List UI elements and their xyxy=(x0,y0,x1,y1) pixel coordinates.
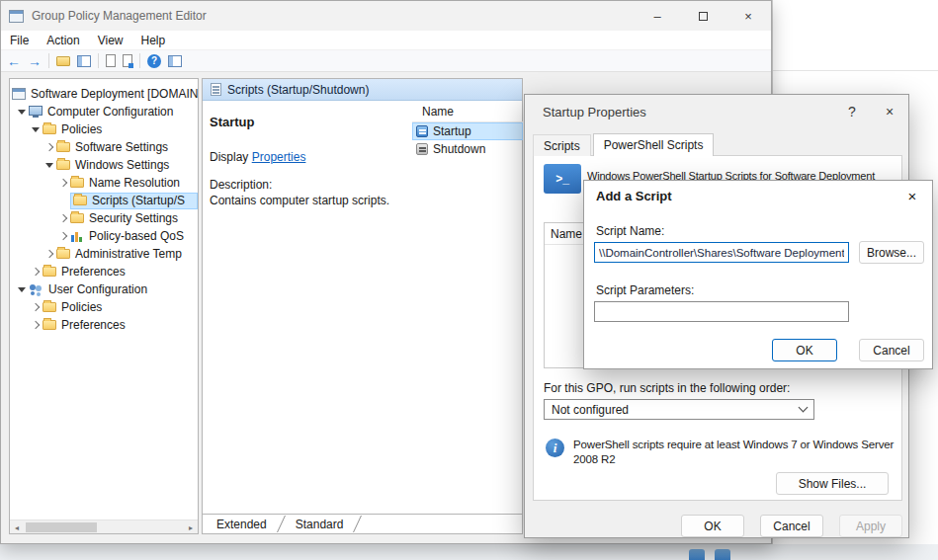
selected-item-title: Startup xyxy=(210,115,255,129)
script-parameters-label: Script Parameters: xyxy=(596,283,694,297)
powershell-icon: >_ xyxy=(544,164,581,194)
properties-link[interactable]: Properties xyxy=(252,150,306,164)
expander-collapsed-icon[interactable] xyxy=(43,141,55,153)
expander-collapsed-icon[interactable] xyxy=(30,266,42,278)
taskbar-app-icon[interactable] xyxy=(715,549,730,560)
help-icon[interactable]: ? xyxy=(147,54,161,68)
toolbar-separator xyxy=(139,53,140,68)
menu-action[interactable]: Action xyxy=(38,34,88,47)
apply-button: Apply xyxy=(839,515,902,537)
tree-item-software-deployment[interactable]: Software Deployment [DOMAIN xyxy=(10,85,198,103)
expander-collapsed-icon[interactable] xyxy=(43,248,55,260)
minimize-button[interactable]: – xyxy=(635,1,680,31)
script-name-label: Script Name: xyxy=(596,224,664,238)
tree-item-administrative-templates[interactable]: Administrative Temp xyxy=(10,245,198,263)
tree-item-label: Policies xyxy=(61,122,102,136)
expander-collapsed-icon[interactable] xyxy=(57,212,69,224)
close-button[interactable]: × xyxy=(725,1,771,31)
run-order-value: Not configured xyxy=(552,403,629,417)
tab-powershell-scripts[interactable]: PowerShell Scripts xyxy=(593,133,715,156)
folder-icon xyxy=(56,249,70,259)
title-bar[interactable]: Group Policy Management Editor – × xyxy=(1,1,771,31)
tree-item-windows-settings[interactable]: Windows Settings xyxy=(10,156,198,174)
tree-item-label: Policies xyxy=(61,300,102,314)
export-list-icon[interactable] xyxy=(123,54,132,67)
taskbar xyxy=(0,544,938,560)
tree-item-label: Name Resolution xyxy=(89,176,180,190)
help-button[interactable]: ? xyxy=(833,95,871,128)
back-icon[interactable]: ← xyxy=(7,54,21,68)
tree-item-policies[interactable]: Policies xyxy=(10,120,198,138)
name-column-header[interactable]: Name xyxy=(412,101,523,122)
tree-item-computer-configuration[interactable]: Computer Configuration xyxy=(10,103,198,120)
tree-horizontal-scrollbar[interactable]: ◂ ▸ xyxy=(10,520,198,533)
computer-icon xyxy=(29,106,43,116)
tab-standard[interactable]: Standard xyxy=(282,515,358,533)
tree-item-user-configuration[interactable]: User Configuration xyxy=(10,280,198,298)
taskbar-app-icon[interactable] xyxy=(689,549,705,560)
ok-button[interactable]: OK xyxy=(772,339,837,361)
folder-icon xyxy=(43,302,56,312)
tree-item-preferences[interactable]: Preferences xyxy=(10,263,198,280)
scroll-right-icon[interactable]: ▸ xyxy=(184,520,198,534)
tree-item-software-settings[interactable]: Software Settings xyxy=(10,138,198,156)
tree-item-security-settings[interactable]: Security Settings xyxy=(10,209,198,227)
script-parameters-input[interactable] xyxy=(594,301,849,322)
folder-icon xyxy=(43,267,56,277)
up-one-level-icon[interactable] xyxy=(56,56,70,66)
tree-item-label: Windows Settings xyxy=(75,158,169,172)
close-button[interactable]: × xyxy=(893,181,932,210)
tree-item-name-resolution[interactable]: Name Resolution xyxy=(10,174,198,192)
menu-help[interactable]: Help xyxy=(132,34,175,47)
list-item-startup[interactable]: Startup xyxy=(412,122,523,140)
menu-file[interactable]: File xyxy=(1,34,38,47)
expander-collapsed-icon[interactable] xyxy=(57,230,69,242)
browse-button[interactable]: Browse... xyxy=(859,241,924,264)
users-icon xyxy=(29,283,43,295)
cancel-button[interactable]: Cancel xyxy=(760,515,823,537)
close-button[interactable]: × xyxy=(871,95,908,128)
scroll-left-icon[interactable]: ◂ xyxy=(10,520,24,534)
script-icon xyxy=(416,143,428,155)
scrollbar-thumb[interactable] xyxy=(26,522,97,532)
expander-collapsed-icon[interactable] xyxy=(57,177,69,189)
tree-item-user-policies[interactable]: Policies xyxy=(10,298,198,316)
folder-icon xyxy=(70,213,84,223)
dialog-tabs: Scripts PowerShell Scripts xyxy=(533,133,716,156)
console-tree: Software Deployment [DOMAIN Computer Con… xyxy=(9,78,199,534)
display-properties-line: Display Properties xyxy=(210,150,305,164)
dialog-title-bar[interactable]: Add a Script × xyxy=(584,181,932,210)
description-label: Description: xyxy=(210,178,272,192)
expander-expanded-icon[interactable] xyxy=(43,159,55,171)
list-item-label: Shutdown xyxy=(433,142,485,156)
tree-item-user-preferences[interactable]: Preferences xyxy=(10,316,198,334)
expander-collapsed-icon[interactable] xyxy=(30,301,42,313)
menu-view[interactable]: View xyxy=(89,34,132,47)
tree-item-scripts[interactable]: Scripts (Startup/S xyxy=(10,192,198,209)
expander-expanded-icon[interactable] xyxy=(16,106,28,118)
cancel-button[interactable]: Cancel xyxy=(859,339,924,361)
expander-collapsed-icon[interactable] xyxy=(30,319,42,331)
selected-tree-item[interactable]: Scripts (Startup/S xyxy=(70,193,198,209)
tab-scripts[interactable]: Scripts xyxy=(533,134,591,156)
maximize-button[interactable] xyxy=(680,1,725,31)
tree-item-policy-based-qos[interactable]: Policy-based QoS xyxy=(10,227,198,245)
expander-expanded-icon[interactable] xyxy=(30,123,42,135)
dialog-title-bar[interactable]: Startup Properties ? × xyxy=(525,95,908,128)
show-console-tree-icon[interactable] xyxy=(77,55,91,67)
export-icon[interactable] xyxy=(106,54,116,67)
folder-icon xyxy=(56,160,70,170)
tree-item-label: Preferences xyxy=(61,265,126,279)
tab-extended[interactable]: Extended xyxy=(203,515,281,533)
run-order-dropdown[interactable]: Not configured xyxy=(544,399,814,420)
properties-view-icon[interactable] xyxy=(168,55,182,67)
ok-button[interactable]: OK xyxy=(681,515,744,537)
toolbar-separator xyxy=(98,53,99,68)
script-name-input[interactable] xyxy=(594,242,849,263)
forward-icon[interactable]: → xyxy=(28,54,42,68)
list-item-shutdown[interactable]: Shutdown xyxy=(412,140,523,158)
show-files-button[interactable]: Show Files... xyxy=(776,472,889,495)
expander-expanded-icon[interactable] xyxy=(16,283,28,295)
folder-icon xyxy=(43,124,56,134)
maximize-icon xyxy=(699,12,708,21)
